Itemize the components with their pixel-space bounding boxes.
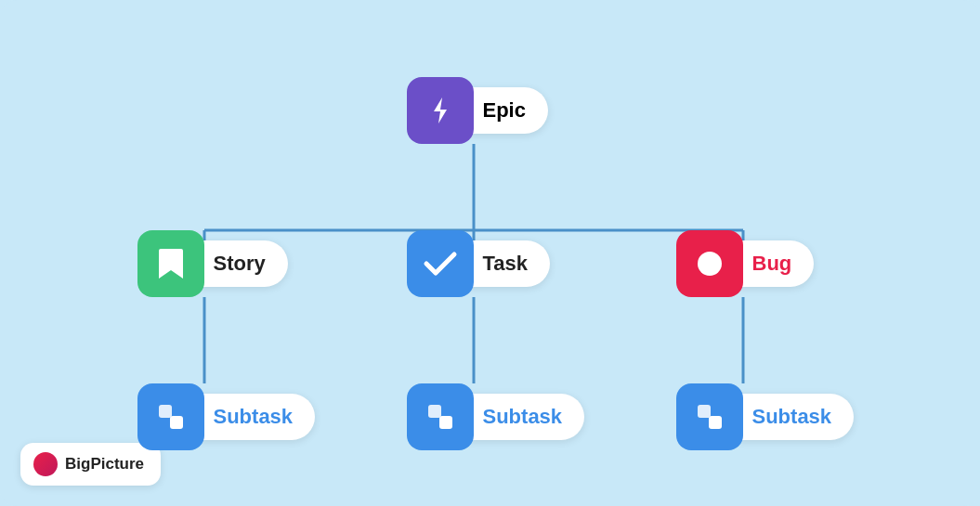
lightning-icon	[425, 95, 456, 126]
subtask3-icon	[692, 399, 727, 435]
bug-icon-box	[676, 230, 743, 297]
epic-label: Epic	[468, 87, 548, 134]
epic-icon-box	[407, 77, 474, 144]
svg-marker-8	[434, 97, 447, 123]
bigpicture-text: BigPicture	[65, 455, 144, 474]
subtask1-node: Subtask	[137, 383, 316, 450]
bigpicture-icon	[33, 452, 58, 476]
subtask2-node: Subtask	[407, 383, 585, 450]
check-icon	[423, 250, 458, 278]
bug-node: Bug	[676, 230, 815, 297]
svg-rect-15	[709, 416, 722, 429]
bug-label: Bug	[738, 240, 815, 287]
subtask1-label: Subtask	[199, 394, 316, 440]
subtask2-icon	[423, 399, 458, 435]
svg-rect-10	[159, 405, 172, 418]
task-icon-box	[407, 230, 474, 297]
svg-rect-11	[170, 416, 183, 429]
subtask2-icon-box	[407, 383, 474, 450]
story-label: Story	[199, 240, 288, 287]
diagram: Epic Story Task	[110, 58, 871, 448]
subtask3-label: Subtask	[738, 394, 855, 440]
circle-icon	[694, 248, 725, 279]
subtask3-node: Subtask	[676, 383, 855, 450]
svg-rect-14	[698, 405, 711, 418]
story-node: Story	[137, 230, 288, 297]
task-label: Task	[468, 240, 551, 287]
subtask1-icon	[153, 399, 189, 435]
svg-rect-12	[428, 405, 441, 418]
svg-point-9	[698, 252, 722, 276]
subtask1-icon-box	[137, 383, 204, 450]
epic-node: Epic	[407, 77, 548, 144]
task-node: Task	[407, 230, 551, 297]
main-container: Epic Story Task	[0, 0, 980, 506]
bigpicture-logo: BigPicture	[20, 443, 161, 486]
subtask3-icon-box	[676, 383, 743, 450]
bookmark-icon	[157, 247, 185, 280]
subtask2-label: Subtask	[468, 394, 585, 440]
svg-rect-13	[439, 416, 452, 429]
story-icon-box	[137, 230, 204, 297]
